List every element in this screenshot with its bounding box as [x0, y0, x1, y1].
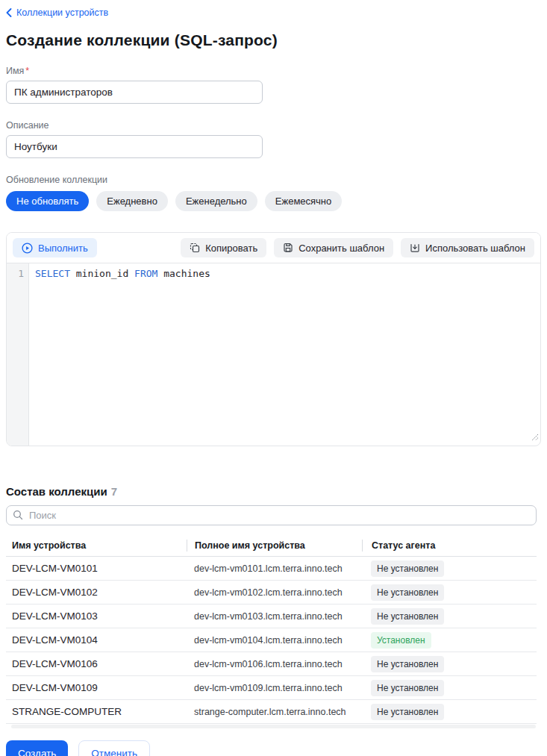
- refresh-option-pill[interactable]: Ежемесячно: [265, 191, 343, 211]
- refresh-option-pill[interactable]: Еженедельно: [175, 191, 257, 211]
- header-agent-status: Статус агента: [362, 540, 537, 552]
- sql-editor-panel: Выполнить Копировать Сохранить шаблон: [6, 232, 541, 446]
- required-mark: *: [25, 66, 29, 76]
- cancel-button[interactable]: Отменить: [78, 740, 150, 756]
- sql-code-line[interactable]: SELECT minion_id FROM machines: [29, 263, 540, 446]
- description-field-group: Описание: [6, 120, 541, 158]
- back-link-label: Коллекции устройств: [16, 7, 108, 18]
- refresh-label: Обновление коллекции: [6, 175, 541, 185]
- copy-icon: [190, 243, 200, 253]
- device-fqdn: dev-lcm-vm0101.lcm.terra.inno.tech: [187, 563, 362, 574]
- collection-count: 7: [111, 485, 117, 498]
- sql-code-editor[interactable]: 1 SELECT minion_id FROM machines: [7, 263, 540, 446]
- agent-status-badge: Не установлен: [371, 704, 444, 720]
- collection-section-title: Состав коллекции7: [6, 485, 541, 498]
- table-header-row: Имя устройства Полное имя устройства Ста…: [6, 534, 537, 557]
- line-number-gutter: 1: [7, 263, 29, 446]
- search-wrap: [6, 505, 541, 525]
- sql-toolbar: Выполнить Копировать Сохранить шаблон: [7, 233, 540, 263]
- device-name: DEV-LCM-VM0101: [6, 563, 187, 574]
- agent-status-badge: Не установлен: [371, 560, 444, 577]
- agent-status-badge: Не установлен: [371, 656, 444, 672]
- device-fqdn: strange-computer.lcm.terra.inno.tech: [187, 707, 362, 717]
- footer-actions: Создать Отменить: [6, 740, 541, 756]
- device-name: DEV-LCM-VM0109: [6, 682, 187, 693]
- search-icon: [13, 510, 23, 523]
- device-name: DEV-LCM-VM0103: [6, 610, 187, 622]
- chevron-left-icon: [6, 8, 12, 17]
- save-icon: [283, 243, 293, 253]
- template-buttons: Копировать Сохранить шаблон Использовать…: [181, 238, 534, 257]
- search-input[interactable]: [6, 505, 537, 525]
- table-row: DEV-LCM-VM0104 dev-lcm-vm0104.lcm.terra.…: [6, 628, 537, 652]
- agent-status-badge: Не установлен: [371, 584, 444, 601]
- import-icon: [410, 243, 420, 253]
- save-template-button[interactable]: Сохранить шаблон: [274, 238, 393, 257]
- devices-table: Имя устройства Полное имя устройства Ста…: [6, 534, 537, 724]
- table-row: DEV-LCM-VM0103 dev-lcm-vm0103.lcm.terra.…: [6, 605, 537, 628]
- table-row: DEV-LCM-VM0109 dev-lcm-vm0109.lcm.terra.…: [6, 676, 537, 700]
- refresh-option-pill[interactable]: Ежедневно: [96, 191, 168, 211]
- device-fqdn: dev-lcm-vm0104.lcm.terra.inno.tech: [187, 635, 362, 646]
- refresh-field-group: Обновление коллекции Не обновлять Ежедне…: [6, 175, 541, 211]
- line-number: 1: [7, 268, 24, 279]
- page-title: Создание коллекции (SQL-запрос): [6, 31, 541, 49]
- create-collection-page: Коллекции устройств Создание коллекции (…: [0, 0, 547, 756]
- device-name: DEV-LCM-VM0102: [6, 587, 187, 598]
- device-fqdn: dev-lcm-vm0106.lcm.terra.inno.tech: [187, 659, 362, 669]
- agent-status-badge: Не установлен: [371, 680, 444, 696]
- agent-status-badge: Не установлен: [371, 608, 444, 625]
- run-query-button[interactable]: Выполнить: [13, 238, 97, 257]
- table-row: DEV-LCM-VM0106 dev-lcm-vm0106.lcm.terra.…: [6, 652, 537, 676]
- table-row: STRANGE-COMPUTER strange-computer.lcm.te…: [6, 700, 537, 724]
- device-name: DEV-LCM-VM0104: [6, 634, 187, 646]
- name-label: Имя*: [6, 66, 541, 76]
- device-fqdn: dev-lcm-vm0102.lcm.terra.inno.tech: [187, 587, 362, 598]
- device-fqdn: dev-lcm-vm0109.lcm.terra.inno.tech: [187, 683, 362, 693]
- play-circle-icon: [22, 243, 33, 254]
- device-name: DEV-LCM-VM0106: [6, 658, 187, 669]
- agent-status-badge: Установлен: [371, 632, 431, 649]
- header-device-fqdn: Полное имя устройства: [187, 540, 362, 552]
- table-row: DEV-LCM-VM0101 dev-lcm-vm0101.lcm.terra.…: [6, 557, 537, 581]
- create-button[interactable]: Создать: [6, 740, 68, 756]
- table-horizontal-scrollbar[interactable]: [11, 725, 536, 728]
- copy-button[interactable]: Копировать: [181, 238, 266, 257]
- table-row: DEV-LCM-VM0102 dev-lcm-vm0102.lcm.terra.…: [6, 581, 537, 605]
- resize-grip-icon[interactable]: [531, 431, 539, 444]
- device-fqdn: dev-lcm-vm0103.lcm.terra.inno.tech: [187, 611, 362, 622]
- refresh-option-pill[interactable]: Не обновлять: [6, 191, 89, 211]
- name-field-group: Имя*: [6, 66, 541, 104]
- refresh-options: Не обновлять Ежедневно Еженедельно Ежеме…: [6, 191, 541, 211]
- name-input[interactable]: [6, 81, 263, 104]
- description-input[interactable]: [6, 135, 263, 158]
- back-link[interactable]: Коллекции устройств: [6, 7, 108, 18]
- use-template-button[interactable]: Использовать шаблон: [401, 238, 534, 257]
- header-device-name: Имя устройства: [6, 540, 187, 552]
- description-label: Описание: [6, 120, 541, 131]
- device-name: STRANGE-COMPUTER: [6, 706, 187, 717]
